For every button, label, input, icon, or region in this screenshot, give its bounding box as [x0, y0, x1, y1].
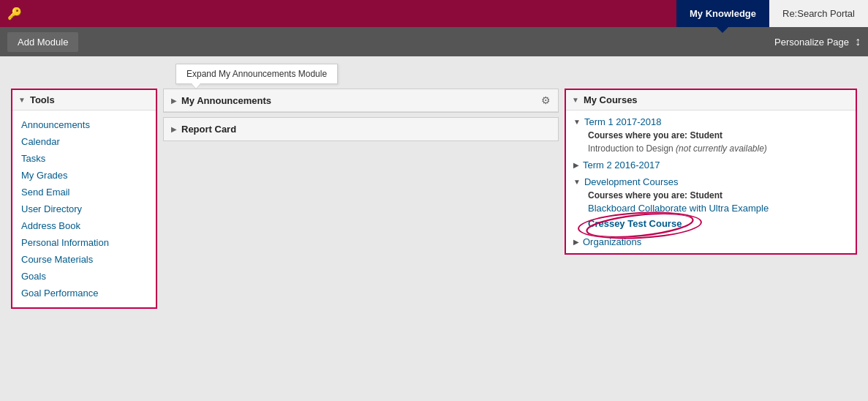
tooltip-bubble: Expand My Announcements Module [176, 64, 338, 84]
active-tab-indicator [717, 27, 728, 33]
tools-list: Announcements Calendar Tasks My Grades S… [12, 110, 156, 307]
add-module-button[interactable]: Add Module [7, 32, 78, 52]
dev-student-label: Courses where you are: Student [588, 190, 848, 200]
term1-courses: Courses where you are: Student Introduct… [588, 130, 848, 154]
courses-toggle-arrow[interactable]: ▼ [572, 96, 579, 104]
term2-link[interactable]: Term 2 2016-2017 [583, 160, 660, 170]
organizations-link[interactable]: Organizations [583, 236, 641, 247]
tools-panel-title: Tools [30, 94, 55, 105]
tools-link-tasks[interactable]: Tasks [12, 150, 156, 167]
tools-link-calendar[interactable]: Calendar [12, 133, 156, 150]
dev-courses-header: ▼ Development Courses [573, 176, 848, 187]
key-icon: 🔑 [7, 7, 22, 20]
dev-courses-link[interactable]: Development Courses [584, 176, 679, 187]
columns-wrapper: ▼ Tools Announcements Calendar Tasks My … [11, 89, 857, 309]
middle-column: ▶ My Announcements ⚙ ▶ Report Card [163, 89, 559, 141]
top-nav-left: 🔑 [0, 0, 676, 27]
courses-panel: ▼ My Courses ▼ Term 1 2017-2018 Courses … [565, 89, 857, 255]
tools-link-send-email[interactable]: Send Email [12, 184, 156, 200]
announcements-toggle-arrow[interactable]: ▶ [171, 97, 177, 105]
research-portal-tab[interactable]: Re:Search Portal [769, 0, 868, 27]
tools-link-goal-performance[interactable]: Goal Performance [12, 285, 156, 301]
announcements-panel: ▶ My Announcements ⚙ [163, 89, 559, 113]
tools-link-my-grades[interactable]: My Grades [12, 167, 156, 184]
tools-panel-header: ▼ Tools [12, 90, 156, 110]
courses-panel-header: ▼ My Courses [566, 90, 856, 110]
organizations-arrow[interactable]: ▶ [573, 238, 579, 246]
term1-student-label: Courses where you are: Student [588, 130, 848, 140]
secondary-nav-right: Personalize Page ↕ [774, 35, 861, 48]
report-card-panel: ▶ Report Card [163, 117, 559, 141]
courses-content: ▼ Term 1 2017-2018 Courses where you are… [566, 110, 856, 253]
courses-panel-title: My Courses [584, 94, 638, 105]
tools-link-announcements[interactable]: Announcements [12, 116, 156, 133]
intro-to-design-label: Introduction to Design (not currently av… [588, 143, 767, 154]
blackboard-collaborate-link[interactable]: Blackboard Collaborate with Ultra Exampl… [588, 203, 848, 214]
term1-arrow[interactable]: ▼ [573, 118, 581, 126]
dev-courses-content: Courses where you are: Student Blackboar… [588, 190, 848, 229]
cressey-test-course-link[interactable]: Cressey Test Course [588, 218, 682, 229]
tools-toggle-arrow[interactable]: ▼ [18, 96, 26, 104]
term1-header: ▼ Term 1 2017-2018 [573, 116, 848, 127]
term2-header: ▶ Term 2 2016-2017 [573, 160, 848, 170]
report-card-toggle-arrow[interactable]: ▶ [171, 125, 177, 133]
dev-courses-arrow[interactable]: ▼ [573, 178, 581, 186]
tools-panel: ▼ Tools Announcements Calendar Tasks My … [11, 89, 157, 309]
tools-link-personal-information[interactable]: Personal Information [12, 234, 156, 251]
personalize-page-button[interactable]: Personalize Page [774, 37, 849, 48]
tools-link-goals[interactable]: Goals [12, 268, 156, 285]
term1-link[interactable]: Term 1 2017-2018 [584, 116, 662, 127]
announcements-header: ▶ My Announcements ⚙ [164, 89, 558, 112]
organizations-section: ▶ Organizations [573, 236, 848, 247]
term2-arrow[interactable]: ▶ [573, 161, 579, 169]
report-card-title: Report Card [181, 124, 236, 135]
my-knowledge-tab[interactable]: My Knowledge [676, 0, 769, 27]
top-navigation: 🔑 My Knowledge Re:Search Portal [0, 0, 868, 27]
tools-link-course-materials[interactable]: Course Materials [12, 251, 156, 268]
tools-link-user-directory[interactable]: User Directory [12, 200, 156, 217]
cressey-wrapper: Cressey Test Course [588, 218, 682, 229]
gear-icon[interactable]: ⚙ [541, 94, 551, 106]
main-content: Expand My Announcements Module ▼ Tools A… [0, 56, 868, 401]
top-nav-tabs: My Knowledge Re:Search Portal [676, 0, 868, 27]
tools-link-address-book[interactable]: Address Book [12, 217, 156, 234]
announcements-panel-title: My Announcements [181, 95, 271, 106]
secondary-nav-left: Add Module [7, 32, 78, 52]
sort-icon[interactable]: ↕ [855, 35, 861, 48]
secondary-navigation: Add Module Personalize Page ↕ [0, 27, 868, 56]
report-card-header: ▶ Report Card [164, 118, 558, 140]
announcements-header-left: ▶ My Announcements [171, 95, 271, 106]
